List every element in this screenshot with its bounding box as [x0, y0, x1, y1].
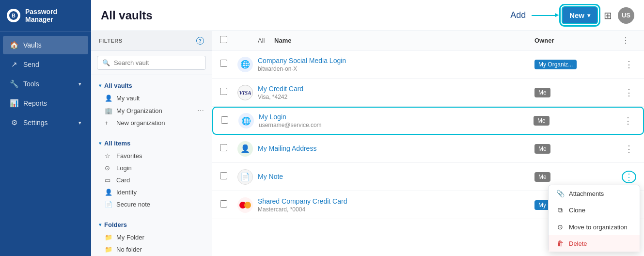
filters-title: FILTERS — [99, 38, 123, 44]
row-checkbox[interactable] — [220, 200, 227, 208]
context-menu-attachments[interactable]: 📎 Attachments — [549, 185, 640, 202]
vaults-section: ▾ All vaults 👤 My vault 🏢 My Organizatio… — [91, 75, 212, 133]
top-bar: All vaults Add ▶ New ▾ ⊞ US — [91, 0, 644, 31]
row-checkbox-wrap — [220, 88, 237, 97]
filters-help-icon[interactable]: ? — [196, 37, 204, 45]
select-all-wrap — [220, 36, 237, 45]
vault-item-name[interactable]: My Login — [259, 113, 534, 121]
vault-item-name[interactable]: My Credit Card — [258, 85, 534, 93]
row-owner: Me — [534, 144, 622, 154]
filter-label: Secure note — [116, 201, 150, 208]
row-checkbox[interactable] — [220, 144, 227, 151]
filter-label: My Organization — [116, 107, 162, 114]
page-title: All vaults — [101, 9, 153, 22]
filter-item-myvault[interactable]: 👤 My vault — [91, 92, 212, 104]
star-icon: ☆ — [105, 152, 112, 160]
row-checkbox[interactable] — [220, 172, 227, 179]
col-name-header: All Name — [258, 37, 534, 44]
filter-item-no-folder[interactable]: 📁 No folder — [91, 243, 212, 256]
app-logo: B — [7, 9, 20, 22]
col-owner-header: Owner — [534, 37, 622, 44]
folders-section-header[interactable]: ▾ Folders — [91, 218, 212, 231]
owner-badge: Me — [534, 144, 550, 154]
filter-item-secure-note[interactable]: 📄 Secure note — [91, 198, 212, 210]
vault-item-name[interactable]: Shared Company Credit Card — [258, 197, 534, 205]
context-menu-label: Move to organization — [569, 224, 628, 231]
items-section-header[interactable]: ▾ All items — [91, 137, 212, 150]
row-info: Company Social Media Login bitwarden-on-… — [258, 57, 534, 72]
folders-expand-icon: ▾ — [99, 222, 101, 227]
filter-panel: FILTERS ? 🔍 ▾ All vaults 👤 My vault — [91, 31, 212, 256]
row-icon-wrap: 👤 — [237, 141, 258, 157]
table-row: 🌐 Company Social Media Login bitwarden-o… — [212, 50, 644, 79]
vault-item-name[interactable]: My Mailing Address — [258, 144, 534, 152]
context-menu-delete[interactable]: 🗑 Delete — [549, 235, 640, 252]
app-name: Password Manager — [25, 8, 84, 23]
header-more-icon[interactable]: ⋮ — [622, 36, 629, 45]
items-section: ▾ All items ☆ Favorites ⊙ Login ▭ Card 👤 — [91, 133, 212, 214]
sidebar-item-label: Reports — [23, 99, 81, 107]
context-menu-move-org[interactable]: ⊙ Move to organization — [549, 219, 640, 235]
owner-badge: My Organiz... — [534, 60, 577, 69]
globe-icon: 🌐 — [237, 57, 253, 72]
context-menu-clone[interactable]: ⧉ Clone — [549, 202, 640, 219]
secure-note-icon: 📄 — [105, 201, 112, 208]
search-box: 🔍 — [91, 51, 212, 75]
row-checkbox[interactable] — [220, 60, 227, 67]
row-info: My Credit Card Visa, *4242 — [258, 85, 534, 100]
name-label: Name — [274, 37, 291, 44]
vault-item-name[interactable]: My Note — [258, 173, 534, 180]
row-checkbox-wrap — [220, 200, 237, 209]
new-button[interactable]: New ▾ — [562, 6, 598, 24]
move-org-icon: ⊙ — [556, 223, 564, 231]
filter-item-favorites[interactable]: ☆ Favorites — [91, 150, 212, 162]
new-button-label: New — [569, 11, 584, 19]
row-more-button[interactable]: ⋮ — [622, 87, 636, 98]
folder-icon: 📁 — [105, 234, 112, 241]
filter-item-card[interactable]: ▭ Card — [91, 174, 212, 186]
row-more-button[interactable]: ⋮ — [622, 171, 636, 183]
search-input[interactable] — [114, 59, 201, 66]
row-more-button[interactable]: ⋮ — [621, 115, 635, 126]
logo-icon: B — [9, 11, 18, 20]
filter-label: New organization — [116, 119, 165, 127]
apps-grid-icon[interactable]: ⊞ — [604, 10, 612, 21]
select-all-checkbox[interactable] — [220, 36, 227, 43]
filter-item-identity[interactable]: 👤 Identity — [91, 186, 212, 198]
row-more-button[interactable]: ⋮ — [622, 59, 636, 70]
note-icon: 📄 — [237, 169, 253, 185]
filter-label: My vault — [116, 95, 140, 102]
user-avatar[interactable]: US — [618, 7, 634, 24]
context-menu: 📎 Attachments ⧉ Clone ⊙ Move to organiza… — [548, 185, 640, 252]
vaults-section-header[interactable]: ▾ All vaults — [91, 79, 212, 92]
vault-item-name[interactable]: Company Social Media Login — [258, 57, 534, 64]
content-area: FILTERS ? 🔍 ▾ All vaults 👤 My vault — [91, 31, 644, 256]
sidebar-item-settings[interactable]: ⚙ Settings ▾ — [3, 113, 88, 132]
identity-icon: 👤 — [105, 189, 112, 196]
filter-label: Card — [116, 176, 130, 184]
row-icon-wrap: VISA — [237, 85, 258, 100]
globe-icon: 🌐 — [238, 113, 254, 128]
items-expand-icon: ▾ — [99, 141, 101, 146]
sidebar-item-vaults[interactable]: 🏠 Vaults — [3, 36, 88, 54]
clone-icon: ⧉ — [556, 206, 564, 214]
sidebar-item-tools[interactable]: 🔧 Tools ▾ — [3, 75, 88, 93]
table-row: 👤 My Mailing Address Me ⋮ — [212, 135, 644, 163]
filter-item-myorg[interactable]: 🏢 My Organization ⋯ — [91, 104, 212, 117]
vaults-section-label: All vaults — [104, 82, 132, 89]
sidebar-item-label: Vaults — [23, 41, 81, 49]
filter-item-neworg[interactable]: + New organization — [91, 117, 212, 129]
top-bar-right: Add ▶ New ▾ ⊞ US — [510, 6, 634, 24]
vault-item-sub: Visa, *4242 — [258, 94, 534, 100]
filter-header: FILTERS ? — [91, 31, 212, 51]
row-checkbox[interactable] — [220, 88, 227, 95]
sidebar-item-reports[interactable]: 📊 Reports — [3, 94, 88, 112]
sidebar-item-send[interactable]: ↗ Send — [3, 55, 88, 74]
row-more-button[interactable]: ⋮ — [622, 144, 636, 154]
filter-item-my-folder[interactable]: 📁 My Folder — [91, 231, 212, 243]
org-more-icon[interactable]: ⋯ — [197, 107, 204, 114]
filter-item-login[interactable]: ⊙ Login — [91, 162, 212, 174]
search-input-wrap: 🔍 — [97, 56, 206, 70]
sidebar: B Password Manager 🏠 Vaults ↗ Send 🔧 Too… — [0, 0, 91, 256]
row-checkbox[interactable] — [221, 116, 228, 124]
